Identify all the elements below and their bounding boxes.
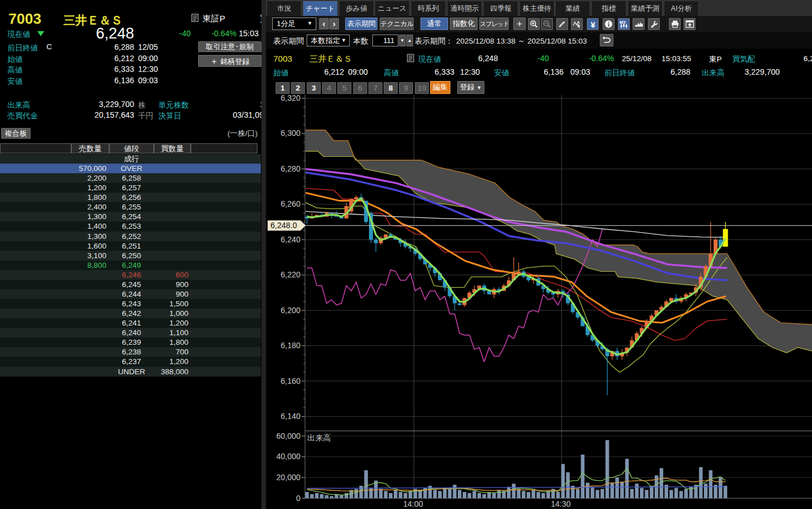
svg-text:0: 0 xyxy=(296,494,300,503)
svg-text:6,140: 6,140 xyxy=(281,412,300,421)
svg-text:6,280: 6,280 xyxy=(281,164,300,173)
svg-text:14:00: 14:00 xyxy=(403,499,423,508)
svg-text:6,260: 6,260 xyxy=(281,199,300,208)
svg-text:60,000: 60,000 xyxy=(276,431,300,440)
svg-text:6,248.0: 6,248.0 xyxy=(270,221,297,230)
svg-text:6,300: 6,300 xyxy=(281,129,300,138)
svg-text:20,000: 20,000 xyxy=(276,473,300,482)
svg-text:6,240: 6,240 xyxy=(281,235,300,244)
svg-text:6,200: 6,200 xyxy=(281,306,300,315)
svg-text:出来高: 出来高 xyxy=(307,433,331,442)
svg-text:6,180: 6,180 xyxy=(281,341,300,350)
svg-text:¥: ¥ xyxy=(590,20,595,29)
svg-text:40,000: 40,000 xyxy=(276,452,300,461)
svg-text:6,320: 6,320 xyxy=(281,95,300,102)
svg-text:MY: MY xyxy=(620,20,626,25)
svg-text:6,220: 6,220 xyxy=(281,270,300,279)
svg-text:6,160: 6,160 xyxy=(281,377,300,386)
svg-text:14:30: 14:30 xyxy=(551,499,570,508)
